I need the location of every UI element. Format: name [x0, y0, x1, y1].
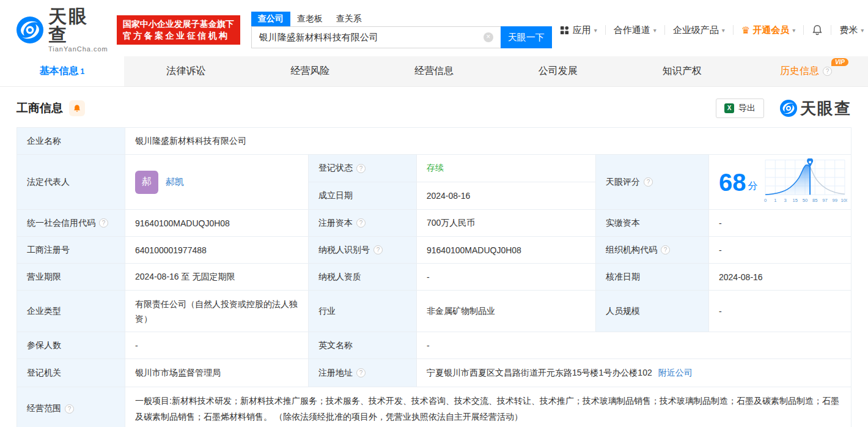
tab-label: 基本信息 [40, 65, 79, 78]
nav-item-user[interactable]: 费米 ▾ [831, 24, 868, 36]
search-tab-company[interactable]: 查公司 [251, 12, 290, 26]
field-value: 银川市市场监督管理局 [125, 359, 309, 387]
nearby-companies-link[interactable]: 附近公司 [658, 368, 693, 379]
nav-item-open-membership[interactable]: ♛ 开通会员 ▾ [734, 24, 803, 36]
field-label: 纳税人识别号 ? [309, 237, 417, 263]
svg-text:99: 99 [832, 198, 837, 203]
tab-label: 公司发展 [539, 65, 578, 78]
export-label: 导出 [738, 103, 756, 114]
chevron-down-icon: ▾ [594, 27, 597, 34]
field-label: 经营范围 ? [17, 387, 125, 427]
search-tab-relation[interactable]: 查关系 [329, 12, 369, 26]
search-button[interactable]: 天眼一下 [501, 26, 552, 48]
svg-text:100: 100 [841, 198, 847, 203]
field-label-text: 登记状态 [318, 163, 353, 174]
page-header: 天眼查 TianYanCha.com 国家中小企业发展子基金旗下 官方备案企业征… [0, 0, 868, 55]
field-value: - [709, 210, 851, 236]
chevron-down-icon: ▾ [653, 27, 657, 34]
tab-label: 经营风险 [290, 65, 329, 78]
field-value: - [709, 291, 851, 332]
nav-item-partner-channel[interactable]: 合作通道 ▾ [606, 24, 664, 36]
help-icon[interactable]: ? [356, 218, 366, 228]
tab-operation-info[interactable]: 经营信息 [372, 56, 496, 86]
nav-label: 企业级产品 [673, 24, 719, 36]
field-value: 91640100MADUQJ0H08 [125, 210, 309, 236]
search-tab-boss[interactable]: 查老板 [290, 12, 329, 26]
status-badge: 存续 [417, 155, 595, 182]
field-value: 91640100MADUQJ0H08 [417, 237, 596, 263]
tianyancha-logo-icon [17, 17, 43, 43]
tab-company-development[interactable]: 公司发展 [496, 56, 620, 86]
avatar[interactable]: 郝 [135, 171, 158, 194]
tianyancha-logo-icon [780, 100, 797, 117]
help-icon[interactable]: ? [823, 67, 832, 76]
search-input[interactable] [251, 26, 501, 48]
tab-label: 法律诉讼 [166, 65, 205, 78]
tianyancha-logo[interactable]: 天眼查 TianYanCha.com [17, 7, 108, 53]
help-icon[interactable]: ? [356, 368, 366, 377]
help-icon[interactable]: ? [373, 245, 383, 254]
svg-text:85: 85 [812, 198, 817, 203]
field-value: 2024-08-16 [709, 264, 851, 290]
field-value: 700万人民币 [417, 210, 596, 236]
notification-bell[interactable] [804, 24, 831, 35]
crown-icon: ♛ [741, 24, 750, 36]
field-value: 有限责任公司（自然人投资或控股的法人独资） [125, 291, 309, 332]
field-value: 2024-08-16 至 无固定期限 [125, 264, 309, 290]
score-cell: 68 分 [709, 155, 851, 209]
logo-title: 天眼查 [48, 7, 108, 44]
svg-text:50: 50 [803, 198, 807, 203]
business-scope-cell: 一般项目:新材料技术研发；新材料技术推广服务；技术服务、技术开发、技术咨询、技术… [125, 387, 851, 427]
tab-basic-info[interactable]: 基本信息 1 [0, 56, 124, 86]
table-row: 企业名称 银川隆盛新材料科技有限公司 [17, 128, 851, 155]
help-icon[interactable]: ? [65, 404, 74, 414]
tab-intellectual-property[interactable]: 知识产权 [620, 56, 744, 86]
table-row: 登记状态 ? 存续 [309, 155, 595, 182]
tab-label: 历史信息 [780, 65, 819, 78]
field-value: 银川隆盛新材料科技有限公司 [125, 128, 851, 154]
help-icon[interactable]: ? [644, 177, 653, 187]
detail-tabbar: 基本信息 1 法律诉讼 经营风险 经营信息 公司发展 知识产权 VIP 历史信息… [0, 56, 868, 87]
apps-grid-icon [560, 26, 569, 35]
field-label: 登记状态 ? [309, 155, 417, 182]
badge-line2: 官方备案企业征信机构 [123, 30, 234, 42]
field-label: 人员规模 [596, 291, 709, 332]
score-unit: 分 [748, 180, 758, 193]
svg-text:1: 1 [774, 198, 776, 203]
government-certification-badge: 国家中小企业发展子基金旗下 官方备案企业征信机构 [117, 15, 240, 45]
monitor-bell-button[interactable] [69, 100, 85, 116]
nav-item-apps[interactable]: 应用 ▾ [552, 24, 605, 36]
tab-label: 知识产权 [663, 65, 702, 78]
field-label: 工商注册号 [17, 237, 125, 263]
field-value: - [417, 264, 596, 290]
tab-history-info[interactable]: VIP 历史信息 ? [744, 56, 868, 86]
tab-legal-litigation[interactable]: 法律诉讼 [124, 56, 248, 86]
bell-icon [812, 24, 823, 35]
clear-icon[interactable]: × [484, 32, 493, 42]
field-label: 登记机关 [17, 359, 125, 387]
legal-rep-link[interactable]: 郝凯 [166, 176, 184, 188]
nav-item-enterprise-products[interactable]: 企业级产品 ▾ [665, 24, 733, 36]
help-icon[interactable]: ? [661, 245, 670, 254]
field-label-text: 统一社会信用代码 [27, 218, 95, 229]
tab-operation-risk[interactable]: 经营风险 [248, 56, 372, 86]
export-button[interactable]: X 导出 [716, 98, 764, 118]
help-icon[interactable]: ? [356, 164, 366, 173]
svg-text:15: 15 [793, 198, 798, 203]
field-label: 参保人数 [17, 332, 125, 358]
field-value: 640100001977488 [125, 237, 309, 263]
field-label-text: 注册资本 [318, 218, 353, 229]
top-nav: 应用 ▾ 合作通道 ▾ 企业级产品 ▾ ♛ 开通会员 ▾ 费米 ▾ [552, 24, 868, 36]
bell-icon [73, 104, 81, 113]
field-value: - [417, 332, 851, 358]
table-row: 成立日期 2024-08-16 [309, 182, 595, 209]
field-value: 一般项目:新材料技术研发；新材料技术推广服务；技术服务、技术开发、技术咨询、技术… [135, 387, 841, 427]
help-icon[interactable]: ? [99, 218, 108, 228]
section-title: 工商信息 [17, 100, 63, 116]
field-label: 统一社会信用代码 ? [17, 210, 125, 236]
search-tabs: 查公司 查老板 查关系 [251, 12, 552, 26]
table-row: 统一社会信用代码 ? 91640100MADUQJ0H08 注册资本 ? 700… [17, 210, 851, 237]
tab-count: 1 [81, 68, 85, 75]
nav-label: 开通会员 [752, 24, 789, 36]
svg-text:0: 0 [764, 198, 767, 203]
